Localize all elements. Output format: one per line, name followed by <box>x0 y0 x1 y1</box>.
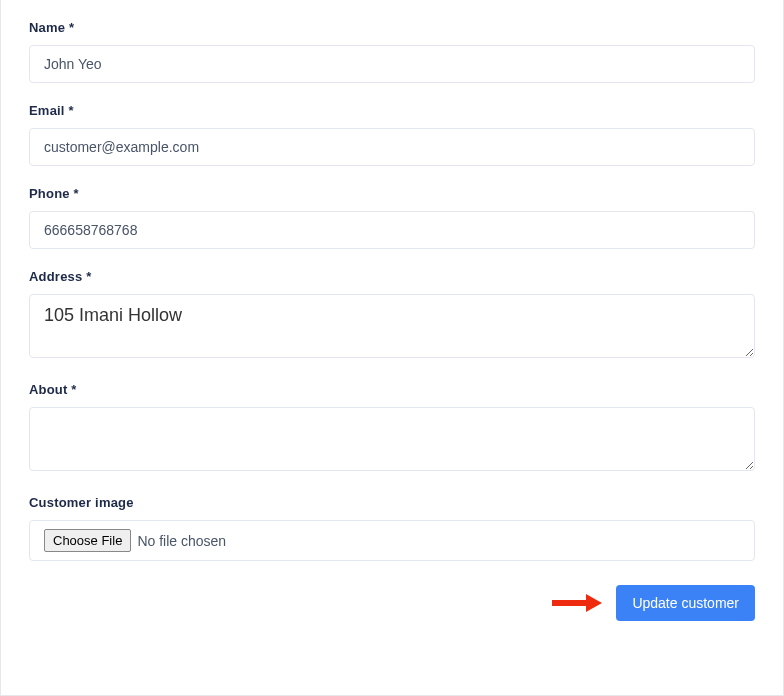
phone-group: Phone * <box>29 186 755 249</box>
file-input-wrapper: Choose File No file chosen <box>29 520 755 561</box>
about-group: About * <box>29 382 755 475</box>
choose-file-button[interactable]: Choose File <box>44 529 131 552</box>
name-group: Name * <box>29 20 755 83</box>
email-input[interactable] <box>29 128 755 166</box>
file-status-text: No file chosen <box>137 533 226 549</box>
address-textarea[interactable]: 105 Imani Hollow <box>29 294 755 358</box>
about-label: About * <box>29 382 755 397</box>
svg-marker-1 <box>586 594 602 612</box>
customer-image-label: Customer image <box>29 495 755 510</box>
name-label: Name * <box>29 20 755 35</box>
arrow-annotation-icon <box>550 593 602 613</box>
phone-input[interactable] <box>29 211 755 249</box>
name-input[interactable] <box>29 45 755 83</box>
phone-label: Phone * <box>29 186 755 201</box>
address-label: Address * <box>29 269 755 284</box>
update-customer-button[interactable]: Update customer <box>616 585 755 621</box>
address-group: Address * 105 Imani Hollow <box>29 269 755 362</box>
about-textarea[interactable] <box>29 407 755 471</box>
email-group: Email * <box>29 103 755 166</box>
customer-form: Name * Email * Phone * Address * 105 Ima… <box>0 0 784 696</box>
email-label: Email * <box>29 103 755 118</box>
button-row: Update customer <box>29 585 755 621</box>
customer-image-group: Customer image Choose File No file chose… <box>29 495 755 561</box>
